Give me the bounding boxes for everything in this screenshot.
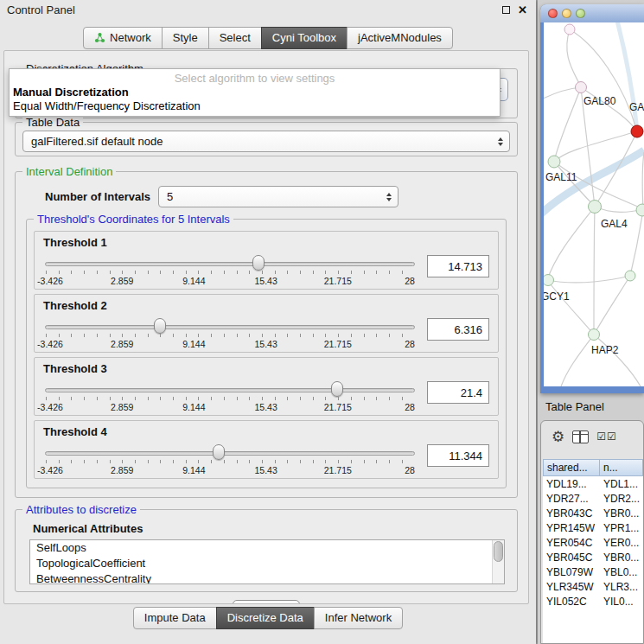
table-row[interactable]: YLR345WYLR3... (543, 579, 643, 594)
list-item[interactable]: BetweennessCentrality (30, 571, 504, 584)
node-label: GCY1 (544, 290, 570, 303)
mac-close-button[interactable] (548, 9, 558, 18)
table-cell[interactable]: YBR0... (600, 552, 643, 564)
tick-label: 21.715 (324, 276, 352, 286)
scrollbar-thumb[interactable] (494, 541, 503, 562)
table-cell[interactable]: YDL1... (600, 478, 643, 490)
dropdown-item-manual-discretization[interactable]: Manual Discretization (10, 85, 500, 99)
network-node[interactable] (631, 125, 644, 138)
table-cell[interactable]: YPR145W (543, 522, 600, 534)
close-icon[interactable]: ✕ (518, 4, 527, 16)
threshold-value-field[interactable]: 11.344 (427, 444, 489, 467)
table-data-combobox[interactable]: galFiltered.sif default node (22, 131, 510, 152)
tick-label: 9.144 (182, 465, 205, 475)
tab-infer-network[interactable]: Infer Network (314, 607, 403, 629)
table-row[interactable]: YDL19...YDL1... (543, 476, 643, 491)
slider-thumb[interactable] (331, 381, 343, 397)
tab-style[interactable]: Style (162, 27, 209, 49)
tab-network[interactable]: Network (83, 27, 163, 49)
table-row[interactable]: YER054CYER0... (543, 535, 643, 550)
table-cell[interactable]: YDL19... (543, 478, 600, 490)
table-cell[interactable]: YER0... (600, 537, 643, 549)
slider-ticks (46, 271, 414, 274)
threshold-slider[interactable]: -3.4262.8599.14415.4321.71528 (45, 438, 415, 478)
number-of-intervals-combobox[interactable]: 5 (158, 186, 399, 207)
table-cell[interactable]: YBL0... (600, 566, 643, 578)
column-header[interactable]: shared... (543, 459, 600, 476)
network-node[interactable] (548, 156, 561, 169)
tab-select[interactable]: Select (208, 27, 262, 49)
float-window-icon[interactable] (502, 6, 510, 14)
number-of-intervals-label: Number of Intervals (45, 190, 150, 203)
dropdown-item-equal-width[interactable]: Equal Width/Frequency Discretization (10, 99, 500, 112)
numerical-attributes-list[interactable]: SelfLoopsTopologicalCoefficientBetweenne… (29, 539, 505, 584)
threshold-slider[interactable]: -3.4262.8599.14415.4321.71528 (45, 312, 415, 352)
gear-icon[interactable]: ⚙ (552, 430, 564, 444)
table-row[interactable]: YBR043CYBR0... (543, 506, 643, 520)
tab-impute-data[interactable]: Impute Data (133, 607, 217, 629)
network-node[interactable] (588, 328, 600, 341)
threshold-value-field[interactable]: 21.4 (427, 381, 489, 404)
column-selector-icon[interactable] (572, 430, 589, 443)
table-cell[interactable]: YIL0... (600, 596, 643, 608)
network-node[interactable] (625, 271, 636, 282)
slider-thumb[interactable] (252, 255, 265, 271)
tab-discretize-data[interactable]: Discretize Data (216, 607, 315, 629)
mac-minimize-button[interactable] (562, 9, 571, 18)
list-item[interactable]: SelfLoops (30, 540, 504, 556)
table-row[interactable]: YBL079WYBL0... (543, 564, 643, 579)
column-header[interactable]: n... (600, 459, 643, 476)
table-cell[interactable]: YBR0... (600, 507, 643, 520)
network-node[interactable] (636, 204, 644, 217)
tick-label: 9.144 (182, 339, 205, 349)
slider-track[interactable] (45, 262, 415, 266)
tab-jactivemnodules[interactable]: jActiveMNodules (347, 27, 453, 49)
network-node[interactable] (575, 81, 587, 93)
slider-track[interactable] (45, 388, 415, 392)
list-item[interactable]: TopologicalCoefficient (30, 556, 504, 571)
bottom-tab-bar: Impute Data Discretize Data Infer Networ… (0, 607, 536, 629)
threshold-value-field[interactable]: 14.713 (427, 255, 489, 277)
slider-track[interactable] (45, 451, 415, 456)
thresholds-list: Threshold 1 -3.4262.8599.14415.4321.7152… (34, 231, 499, 479)
algorithm-dropdown-popup: Select algorithm to view settings Manual… (9, 68, 501, 117)
table-cell[interactable]: YER054C (543, 537, 600, 549)
tab-label: Style (173, 31, 198, 44)
table-cell[interactable]: YBL079W (543, 566, 600, 578)
algorithm-placeholder: Select algorithm to view settings (10, 69, 500, 85)
interval-definition-group: Interval Definition Number of Intervals … (15, 171, 518, 498)
threshold-value-field[interactable]: 6.316 (427, 318, 489, 341)
control-panel-titlebar[interactable]: Control Panel ✕ (0, 0, 536, 19)
table-cell[interactable]: YIL052C (543, 596, 600, 608)
table-cell[interactable]: YBR045C (543, 552, 600, 564)
table-row[interactable]: YIL052CYIL0... (543, 594, 643, 609)
table-cell[interactable]: YLR345W (543, 581, 600, 593)
table-cell[interactable]: YBR043C (543, 507, 600, 520)
table-row[interactable]: YBR045CYBR0... (543, 550, 643, 564)
network-node[interactable] (588, 200, 602, 214)
mac-zoom-button[interactable] (576, 9, 585, 18)
tab-cyni-toolbox[interactable]: Cyni Toolbox (261, 27, 348, 49)
table-cell[interactable]: YDR27... (543, 493, 600, 505)
node-attribute-table[interactable]: shared... n... YDL19...YDL1...YDR27...YD… (543, 459, 643, 643)
slider-tick-labels: -3.4262.8599.14415.4321.71528 (50, 402, 410, 413)
slider-thumb[interactable] (213, 444, 225, 460)
slider-track[interactable] (45, 325, 415, 329)
scrollbar[interactable] (492, 540, 504, 583)
tick-label: 15.43 (254, 402, 277, 412)
apply-button[interactable]: Apply (233, 600, 301, 604)
table-cell[interactable]: YDR2... (600, 493, 643, 505)
network-window-titlebar[interactable] (540, 4, 644, 22)
slider-thumb[interactable] (154, 318, 166, 334)
network-node[interactable] (564, 24, 576, 35)
table-row[interactable]: YDR27...YDR2... (543, 491, 643, 506)
table-cell[interactable]: YPR1... (600, 522, 643, 534)
threshold-slider[interactable]: -3.4262.8599.14415.4321.71528 (45, 375, 415, 415)
table-row[interactable]: YPR145WYPR1... (543, 520, 643, 535)
table-cell[interactable]: YLR3... (600, 581, 643, 593)
network-canvas[interactable]: GAL80GAGAL11GAL4GCY1HAP2 (544, 22, 644, 386)
checkbox-icons[interactable]: ☑☑ (596, 430, 617, 443)
threshold-slider[interactable]: -3.4262.8599.14415.4321.71528 (45, 249, 415, 289)
network-view-window: GAL80GAGAL11GAL4GCY1HAP2 (540, 4, 644, 393)
numerical-attributes-label: Numerical Attributes (33, 522, 507, 535)
